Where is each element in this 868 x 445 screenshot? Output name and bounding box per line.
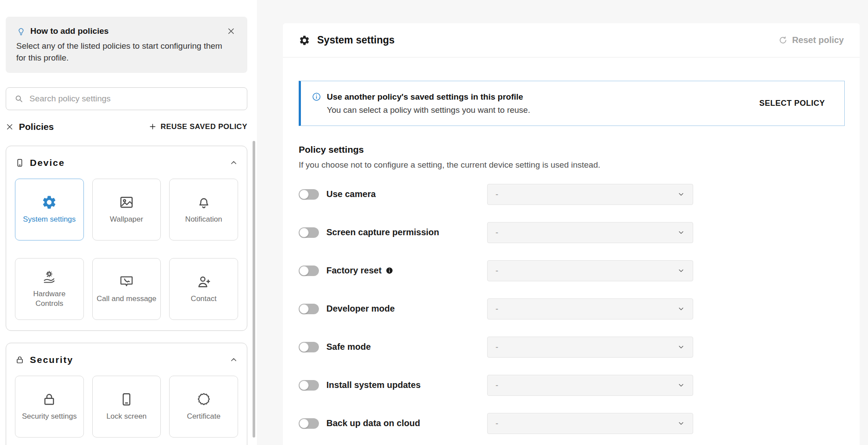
tip-header: How to add policies <box>16 25 237 37</box>
security-section-header[interactable]: Security <box>15 352 238 368</box>
message-phone-icon <box>119 274 134 290</box>
chevron-down-icon <box>677 420 685 427</box>
image-icon <box>119 194 134 210</box>
policy-card-notification[interactable]: Notification <box>169 179 238 240</box>
setting-row-developer-mode: Developer mode - <box>299 290 844 328</box>
search-icon <box>14 94 24 104</box>
chevron-up-icon <box>229 355 238 364</box>
certificate-icon <box>196 391 212 407</box>
policy-card-wallpaper[interactable]: Wallpaper <box>92 179 161 240</box>
gear-icon <box>41 194 57 210</box>
card-label: Notification <box>185 215 222 224</box>
reuse-settings-banner: Use another policy's saved settings in t… <box>299 81 845 126</box>
policies-collapse[interactable]: Policies <box>6 122 54 132</box>
toggle-developer-mode[interactable] <box>299 304 319 314</box>
card-label: Call and message <box>97 294 156 304</box>
reset-policy-label: Reset policy <box>792 35 844 45</box>
card-label: Wallpaper <box>110 215 143 224</box>
dropdown-use-camera[interactable]: - <box>487 184 693 205</box>
reuse-saved-policy-button[interactable]: REUSE SAVED POLICY <box>148 122 247 131</box>
toggle-knob <box>299 304 309 314</box>
setting-row-install-system-updates: Install system updates - <box>299 366 844 404</box>
card-label: Security settings <box>22 412 77 421</box>
dropdown-developer-mode[interactable]: - <box>487 298 693 319</box>
setting-label: Use camera <box>326 189 376 199</box>
reuse-saved-policy-label: REUSE SAVED POLICY <box>160 122 247 131</box>
policy-card-security-settings[interactable]: Security settings <box>15 376 84 438</box>
toggle-knob <box>299 419 309 428</box>
policies-label: Policies <box>19 122 54 132</box>
setting-row-backup-cloud: Back up data on cloud - <box>299 404 844 442</box>
card-label: Certificate <box>187 412 221 421</box>
lightbulb-icon <box>16 26 26 36</box>
dropdown-value: - <box>495 266 498 276</box>
dropdown-factory-reset[interactable]: - <box>487 260 693 281</box>
security-section: Security Security settings Lock screen <box>6 343 247 445</box>
chevron-up-icon <box>229 158 238 167</box>
setting-row-factory-reset: Factory reset - <box>299 251 844 290</box>
policies-row: Policies REUSE SAVED POLICY <box>6 120 247 134</box>
setting-row-safe-mode: Safe mode - <box>299 328 844 366</box>
card-label: System settings <box>23 215 76 224</box>
tip-banner: How to add policies Select any of the li… <box>6 17 247 73</box>
system-settings-panel: System settings Reset policy Use another… <box>283 23 860 445</box>
banner-content: Use another policy's saved settings in t… <box>311 92 759 115</box>
plus-icon <box>148 122 157 131</box>
chevron-down-icon <box>677 190 685 198</box>
select-policy-button[interactable]: SELECT POLICY <box>759 99 825 108</box>
setting-label: Developer mode <box>326 304 395 314</box>
chevron-down-icon <box>677 343 685 351</box>
toggle-safe-mode[interactable] <box>299 342 319 352</box>
sidebar-scrollbar[interactable] <box>253 141 255 438</box>
policy-settings-title: Policy settings <box>299 144 844 155</box>
security-section-title: Security <box>30 355 73 365</box>
toggle-use-camera[interactable] <box>299 189 319 200</box>
dropdown-backup-cloud[interactable]: - <box>487 413 693 434</box>
reset-policy-button[interactable]: Reset policy <box>778 35 844 45</box>
banner-body: You can select a policy with settings yo… <box>311 105 759 115</box>
card-label: Hardware Controls <box>19 289 80 309</box>
toggle-screen-capture[interactable] <box>299 227 319 238</box>
search-box[interactable] <box>6 87 247 110</box>
policy-card-hardware-controls[interactable]: Hardware Controls <box>15 258 84 320</box>
dropdown-screen-capture[interactable]: - <box>487 222 693 243</box>
toggle-backup-cloud[interactable] <box>299 418 319 429</box>
setting-label: Factory reset <box>326 266 382 276</box>
setting-row-use-camera: Use camera - <box>299 175 844 213</box>
policy-card-certificate[interactable]: Certificate <box>169 376 238 438</box>
toggle-factory-reset[interactable] <box>299 266 319 276</box>
toggle-knob <box>299 266 309 276</box>
info-icon <box>311 92 322 102</box>
policy-sidebar: How to add policies Select any of the li… <box>0 0 257 445</box>
dropdown-value: - <box>495 228 498 237</box>
setting-label: Back up data on cloud <box>326 418 420 428</box>
setting-label: Safe mode <box>326 342 371 352</box>
tip-title: How to add policies <box>30 26 108 36</box>
search-input[interactable] <box>29 94 239 104</box>
dropdown-value: - <box>495 380 498 390</box>
smartphone-icon <box>119 391 134 407</box>
policy-card-lock-screen[interactable]: Lock screen <box>92 376 161 438</box>
device-section-header[interactable]: Device <box>15 155 238 171</box>
device-cards: System settings Wallpaper Notification <box>15 179 238 320</box>
dropdown-value: - <box>495 190 498 199</box>
policy-card-system-settings[interactable]: System settings <box>15 179 84 240</box>
close-icon[interactable] <box>225 25 237 37</box>
policy-card-contact[interactable]: Contact <box>169 258 238 320</box>
setting-row-screen-capture: Screen capture permission - <box>299 213 844 251</box>
tip-body: Select any of the listed policies to sta… <box>16 40 237 64</box>
gear-icon <box>299 35 310 46</box>
dropdown-install-system-updates[interactable]: - <box>487 375 693 396</box>
reset-icon <box>778 36 788 45</box>
dropdown-value: - <box>495 304 498 314</box>
chevron-down-icon <box>677 381 685 389</box>
smartphone-icon <box>15 158 25 168</box>
chevron-down-icon <box>677 229 685 236</box>
card-label: Contact <box>191 294 217 304</box>
info-filled-icon[interactable] <box>385 266 394 275</box>
policy-card-call-and-message[interactable]: Call and message <box>92 258 161 320</box>
toggle-install-system-updates[interactable] <box>299 380 319 391</box>
gear-hand-icon <box>41 269 57 285</box>
panel-header: System settings Reset policy <box>283 23 860 57</box>
dropdown-safe-mode[interactable]: - <box>487 337 693 358</box>
